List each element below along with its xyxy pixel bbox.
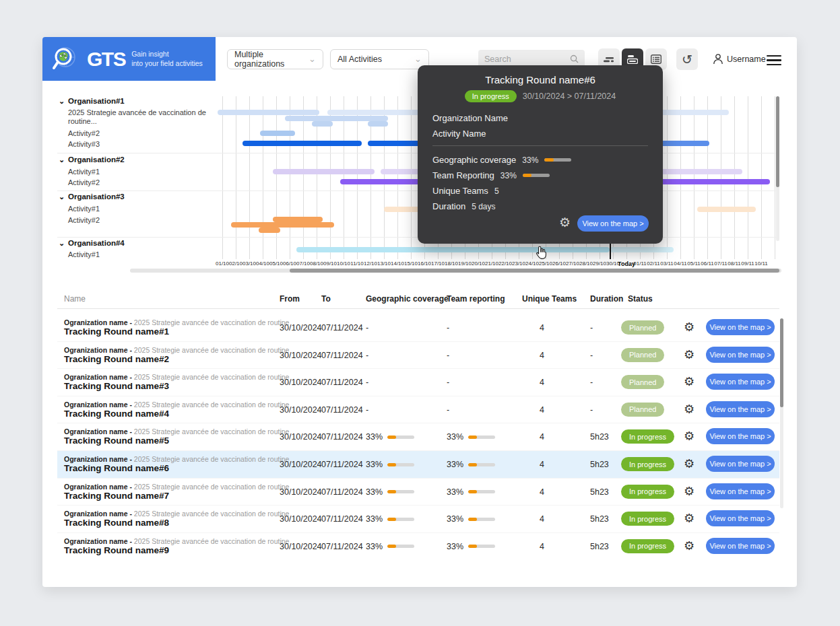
row-duration: 5h23 xyxy=(590,432,609,442)
gear-icon[interactable]: ⚙ xyxy=(684,320,694,335)
gantt-activity-label[interactable]: Activity#1 xyxy=(68,250,100,258)
gridline xyxy=(411,96,412,259)
gridline xyxy=(761,96,762,259)
view-on-map-button[interactable]: View on the map > xyxy=(706,347,775,363)
view-on-map-button[interactable]: View on the map > xyxy=(706,374,775,390)
geographic-value: - xyxy=(366,351,368,360)
row-tracking-round-name: Tracking Round name#2 xyxy=(64,354,169,364)
column-header-team-reporting[interactable]: Team reporting xyxy=(447,294,505,304)
gantt-group-label[interactable]: Organisation#4⌄ xyxy=(68,239,125,247)
table-row[interactable]: Ogranization name - 2025 Strategie avanc… xyxy=(57,341,779,369)
gantt-activity-label[interactable]: Activity#3 xyxy=(68,140,100,148)
column-header-from[interactable]: From xyxy=(280,294,300,304)
gantt-bar[interactable] xyxy=(368,121,388,127)
chevron-down-icon[interactable]: ⌄ xyxy=(59,155,65,164)
view-on-map-button[interactable]: View on the map > xyxy=(706,428,775,444)
column-header-status[interactable]: Status xyxy=(628,294,653,304)
gantt-bar[interactable] xyxy=(260,131,295,136)
gantt-group-label[interactable]: Organisation#2⌄ xyxy=(68,155,125,164)
row-org-name: Ogranization name - xyxy=(64,483,134,491)
gantt-hscrollbar-thumb[interactable] xyxy=(290,269,779,273)
axis-date-label: 10/11 xyxy=(754,260,767,267)
gantt-bar[interactable] xyxy=(273,217,323,222)
gridline xyxy=(734,96,735,259)
table-row[interactable]: Ogranization name - 2025 Strategie avanc… xyxy=(57,423,779,450)
table-row[interactable]: Ogranization name - 2025 Strategie avanc… xyxy=(57,396,779,423)
progress-bar xyxy=(544,158,571,162)
view-on-map-button[interactable]: View on the map > xyxy=(706,510,775,526)
gear-icon[interactable]: ⚙ xyxy=(684,402,694,417)
gantt-activity-label[interactable]: Activity#2 xyxy=(68,178,100,186)
geographic-value: - xyxy=(366,405,368,415)
progress-bar-fill xyxy=(387,545,396,548)
gantt-bar[interactable] xyxy=(231,222,334,228)
gantt-bar[interactable] xyxy=(243,141,362,146)
gantt-bar[interactable] xyxy=(697,207,756,212)
column-header-duration[interactable]: Duration xyxy=(590,294,623,304)
table-row[interactable]: Ogranization name - 2025 Strategie avanc… xyxy=(57,314,779,341)
table-row[interactable]: Ogranization name - 2025 Strategie avanc… xyxy=(57,478,779,506)
gantt-activity-label[interactable]: Activity#2 xyxy=(68,216,100,224)
progress-bar-fill xyxy=(468,463,477,466)
chevron-down-icon[interactable]: ⌄ xyxy=(59,239,65,248)
gantt-activity-label[interactable]: 2025 Strategie avancée de vaccination de… xyxy=(68,108,228,126)
row-from-date: 30/10/2024 xyxy=(280,542,322,551)
row-to-date: 07/11/2024 xyxy=(321,323,363,333)
view-on-map-button[interactable]: View on the map > xyxy=(706,483,775,499)
gear-icon[interactable]: ⚙ xyxy=(684,484,694,499)
table-row[interactable]: Ogranization name - 2025 Strategie avanc… xyxy=(57,505,779,532)
gantt-group-label[interactable]: Organisation#3⌄ xyxy=(68,193,125,201)
row-org-project: Ogranization name - 2025 Strategie avanc… xyxy=(64,318,289,326)
axis-date-label: 13/10 xyxy=(377,260,391,267)
gear-icon[interactable]: ⚙ xyxy=(684,347,694,362)
view-on-map-button[interactable]: View on the map > xyxy=(706,401,775,417)
view-on-map-button[interactable]: View on the map > xyxy=(706,319,775,335)
gantt-vscrollbar-thumb[interactable] xyxy=(776,96,779,187)
gantt-group-label[interactable]: Organisation#1⌄ xyxy=(68,97,125,105)
gantt-bar[interactable] xyxy=(273,169,375,174)
gantt-bar[interactable] xyxy=(296,247,610,252)
row-unique-teams: 4 xyxy=(540,351,544,360)
tooltip-metric-value: 5 xyxy=(494,186,499,196)
row-status-badge: In progress xyxy=(621,429,674,444)
row-org-project: Ogranization name - 2025 Strategie avanc… xyxy=(64,346,289,354)
axis-date-label: 12/10 xyxy=(364,260,377,267)
column-header-name[interactable]: Name xyxy=(64,294,86,304)
geographic-value: - xyxy=(366,378,368,387)
gridline xyxy=(721,96,721,259)
view-on-map-button[interactable]: View on the map > xyxy=(706,456,775,472)
view-on-map-button[interactable]: View on the map > xyxy=(706,538,775,554)
table-row[interactable]: Ogranization name - 2025 Strategie avanc… xyxy=(57,368,779,396)
gear-icon[interactable]: ⚙ xyxy=(684,511,694,526)
table-scrollbar-thumb[interactable] xyxy=(780,318,783,407)
gantt-bar[interactable] xyxy=(610,247,674,252)
gear-icon[interactable]: ⚙ xyxy=(684,456,694,471)
gear-icon[interactable]: ⚙ xyxy=(684,538,694,553)
axis-date-label: 21/10 xyxy=(485,260,498,267)
column-header-to[interactable]: To xyxy=(321,294,331,304)
gantt-bar[interactable] xyxy=(285,116,388,121)
row-tracking-round-name: Tracking Round name#1 xyxy=(64,326,169,337)
gear-icon[interactable]: ⚙ xyxy=(684,374,694,389)
gantt-activity-label[interactable]: Activity#2 xyxy=(68,129,100,137)
gantt-bar[interactable] xyxy=(259,228,280,233)
gantt-bar[interactable] xyxy=(312,121,333,127)
tooltip-view-on-map-button[interactable]: View on the map > xyxy=(577,215,649,232)
team-value: - xyxy=(447,378,449,387)
team-value: 33% xyxy=(447,432,463,442)
axis-date-label: 18/10 xyxy=(445,260,458,267)
gantt-activity-label[interactable]: Activity#1 xyxy=(68,205,100,213)
column-header-unique-teams[interactable]: Unique Teams xyxy=(522,294,577,304)
gantt-bar[interactable] xyxy=(218,110,319,115)
chevron-down-icon[interactable]: ⌄ xyxy=(59,193,65,201)
tooltip-gear-icon[interactable]: ⚙ xyxy=(559,215,571,230)
gear-icon[interactable]: ⚙ xyxy=(684,429,694,444)
gantt-activity-label[interactable]: Activity#1 xyxy=(68,168,100,176)
chevron-down-icon[interactable]: ⌄ xyxy=(59,97,65,106)
table-row[interactable]: Ogranization name - 2025 Strategie avanc… xyxy=(57,450,779,478)
row-from-date: 30/10/2024 xyxy=(280,323,322,333)
column-header-geographic-coverage[interactable]: Geographic coverage xyxy=(366,294,449,304)
table-row[interactable]: Ogranization name - 2025 Strategie avanc… xyxy=(57,532,779,560)
progress-bar xyxy=(387,463,414,466)
row-geographic-coverage: - xyxy=(366,405,368,415)
